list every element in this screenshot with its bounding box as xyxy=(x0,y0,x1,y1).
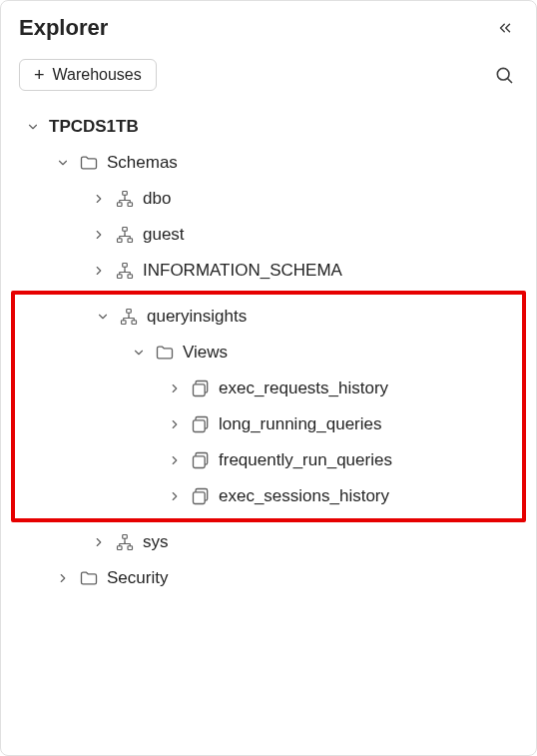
svg-rect-17 xyxy=(194,420,206,432)
chevron-down-icon xyxy=(131,345,147,361)
search-button[interactable] xyxy=(490,61,518,89)
chevron-right-icon xyxy=(91,227,107,243)
chevron-right-icon xyxy=(167,416,183,432)
view-icon xyxy=(191,486,211,506)
svg-rect-21 xyxy=(194,492,206,504)
tree-item-warehouse[interactable]: TPCDS1TB xyxy=(11,109,526,145)
schema-icon xyxy=(115,261,135,281)
view-icon xyxy=(191,378,211,398)
tree-label-dbo: dbo xyxy=(143,189,171,209)
tree-label-exec-sessions-history: exec_sessions_history xyxy=(219,486,389,506)
svg-line-1 xyxy=(508,79,512,83)
schema-icon xyxy=(115,189,135,209)
chevron-right-icon xyxy=(91,534,107,550)
schema-icon xyxy=(115,532,135,552)
tree-label-exec-requests-history: exec_requests_history xyxy=(219,378,388,398)
tree-label-views: Views xyxy=(183,343,228,363)
add-warehouses-button[interactable]: + Warehouses xyxy=(19,59,157,91)
tree-item-views[interactable]: Views xyxy=(15,335,522,371)
chevron-right-icon xyxy=(167,380,183,396)
folder-icon xyxy=(155,343,175,363)
tree-item-view-long-running-queries[interactable]: long_running_queries xyxy=(15,406,522,442)
panel-title: Explorer xyxy=(19,15,108,41)
chevron-down-icon xyxy=(55,155,71,171)
tree-item-schema-sys[interactable]: sys xyxy=(11,524,526,560)
view-icon xyxy=(191,450,211,470)
tree-label-guest: guest xyxy=(143,225,185,245)
chevron-right-icon xyxy=(91,263,107,279)
chevron-right-icon xyxy=(167,452,183,468)
explorer-header: Explorer xyxy=(1,1,536,49)
tree-item-schema-information-schema[interactable]: INFORMATION_SCHEMA xyxy=(11,253,526,289)
tree-item-view-frequently-run-queries[interactable]: frequently_run_queries xyxy=(15,442,522,478)
tree-label-long-running-queries: long_running_queries xyxy=(219,414,382,434)
svg-rect-19 xyxy=(194,456,206,468)
tree-item-schema-dbo[interactable]: dbo xyxy=(11,181,526,217)
tree-item-schema-guest[interactable]: guest xyxy=(11,217,526,253)
tree-item-view-exec-sessions-history[interactable]: exec_sessions_history xyxy=(15,478,522,514)
tree-label-warehouse: TPCDS1TB xyxy=(49,117,139,137)
plus-icon: + xyxy=(34,66,45,84)
tree-label-sys: sys xyxy=(143,532,169,552)
tree-label-queryinsights: queryinsights xyxy=(147,307,247,327)
highlight-box: queryinsights Views exec_requests_histor… xyxy=(11,291,526,522)
tree-label-information-schema: INFORMATION_SCHEMA xyxy=(143,261,342,281)
explorer-toolbar: + Warehouses xyxy=(1,49,536,101)
chevron-double-left-icon xyxy=(496,19,514,37)
tree-item-security[interactable]: Security xyxy=(11,560,526,596)
folder-icon xyxy=(79,153,99,173)
tree-label-schemas: Schemas xyxy=(107,153,178,173)
chevron-down-icon xyxy=(95,309,111,325)
folder-icon xyxy=(79,568,99,588)
explorer-tree: TPCDS1TB Schemas dbo guest xyxy=(1,101,536,604)
tree-item-view-exec-requests-history[interactable]: exec_requests_history xyxy=(15,371,522,406)
view-icon xyxy=(191,414,211,434)
svg-rect-15 xyxy=(194,384,206,396)
chevron-right-icon xyxy=(167,488,183,504)
warehouses-button-label: Warehouses xyxy=(53,66,142,84)
tree-item-schema-queryinsights[interactable]: queryinsights xyxy=(15,299,522,335)
chevron-down-icon xyxy=(25,119,41,135)
schema-icon xyxy=(119,307,139,327)
collapse-panel-button[interactable] xyxy=(492,15,518,41)
tree-label-security: Security xyxy=(107,568,168,588)
tree-label-frequently-run-queries: frequently_run_queries xyxy=(219,450,392,470)
chevron-right-icon xyxy=(91,191,107,207)
search-icon xyxy=(494,65,514,85)
schema-icon xyxy=(115,225,135,245)
tree-item-schemas[interactable]: Schemas xyxy=(11,145,526,181)
chevron-right-icon xyxy=(55,570,71,586)
